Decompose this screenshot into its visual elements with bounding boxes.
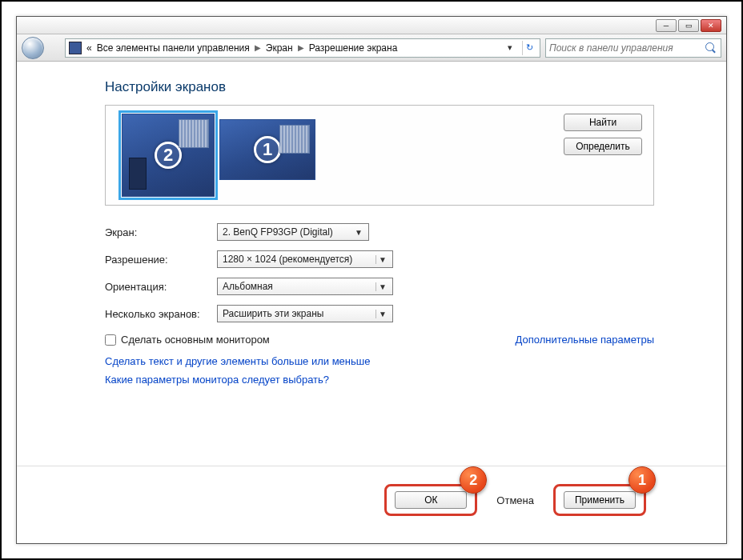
screen-value: 2. BenQ FP93GP (Digital) [223,226,333,238]
breadcrumb-item-display[interactable]: Экран [266,42,293,54]
breadcrumb-item-resolution[interactable]: Разрешение экрана [309,42,398,54]
monitor-decor-icon [279,125,310,154]
multi-displays-value: Расширить эти экраны [223,308,323,319]
monitor-previews[interactable]: 2 1 [122,114,315,197]
text-size-link[interactable]: Сделать текст и другие элементы больше и… [105,355,654,367]
find-button[interactable]: Найти [564,114,642,131]
dialog-footer: 2 ОК Отмена 1 Применить [17,484,726,516]
ok-button[interactable]: ОК [395,491,467,509]
apply-button[interactable]: Применить [564,491,636,509]
refresh-icon[interactable]: ↻ [522,41,536,55]
chevron-right-icon: ▶ [298,43,304,52]
monitor-preview-1[interactable]: 1 [219,119,315,180]
screen-label: Экран: [105,226,217,238]
make-primary-label: Сделать основным монитором [121,334,270,346]
callout-badge-2: 2 [460,466,487,494]
monitor-decor-icon [179,119,209,148]
address-bar[interactable]: « Все элементы панели управления ▶ Экран… [65,38,540,58]
display-settings-form: Экран: 2. BenQ FP93GP (Digital) ▼ Разреш… [105,223,654,322]
page-content: Настройки экранов 2 1 Найти Определить Э… [17,62,726,543]
make-primary-checkbox-input[interactable] [105,334,116,346]
detect-button[interactable]: Определить [564,138,642,155]
search-icon[interactable] [705,42,717,54]
multi-displays-label: Несколько экранов: [105,308,217,320]
orientation-label: Ориентация: [105,281,217,293]
search-box[interactable] [545,38,721,58]
make-primary-checkbox[interactable]: Сделать основным монитором [105,334,270,346]
callout-badge-1: 1 [629,466,656,494]
resolution-value: 1280 × 1024 (рекомендуется) [223,254,352,265]
screen-select[interactable]: 2. BenQ FP93GP (Digital) ▼ [217,223,369,241]
page-title: Настройки экранов [105,79,654,95]
display-arrangement-box[interactable]: 2 1 Найти Определить [105,105,654,206]
which-settings-link[interactable]: Какие параметры монитора следует выбрать… [105,374,654,386]
minimize-button[interactable]: ─ [656,19,677,32]
explorer-window: ─ ▭ ✕ « Все элементы панели управления ▶… [16,16,727,544]
advanced-settings-link[interactable]: Дополнительные параметры [515,334,654,346]
resolution-select[interactable]: 1280 × 1024 (рекомендуется) ▼ [217,250,393,268]
navigation-bar: « Все элементы панели управления ▶ Экран… [17,34,726,62]
window-titlebar: ─ ▭ ✕ [17,17,726,34]
chevron-down-icon: ▼ [376,282,389,291]
breadcrumb-item-all[interactable]: Все элементы панели управления [97,42,250,54]
monitor-preview-2[interactable]: 2 [122,114,215,197]
close-button[interactable]: ✕ [701,19,721,32]
resolution-label: Разрешение: [105,254,217,266]
maximize-button[interactable]: ▭ [678,19,699,32]
footer-divider [17,466,726,466]
orientation-select[interactable]: Альбомная ▼ [217,278,393,295]
control-panel-icon [69,42,82,54]
cancel-button[interactable]: Отмена [496,494,534,506]
multi-displays-select[interactable]: Расширить эти экраны ▼ [217,305,393,322]
chevron-down-icon: ▼ [376,310,389,318]
monitor-number-badge: 2 [155,142,182,169]
chevron-right-icon: ▶ [255,43,261,52]
address-history-dropdown-icon[interactable]: ▾ [503,41,517,55]
search-input[interactable] [549,42,705,54]
breadcrumb-prefix: « [86,42,92,54]
nav-back-forward[interactable] [22,37,60,59]
nav-back-icon[interactable] [22,37,44,59]
screenshot-frame: ─ ▭ ✕ « Все элементы панели управления ▶… [0,0,743,560]
chevron-down-icon: ▼ [352,228,365,237]
orientation-value: Альбомная [223,281,273,292]
chevron-down-icon: ▼ [376,255,389,264]
monitor-number-badge: 1 [254,136,281,163]
monitor-decor-icon [129,158,147,190]
